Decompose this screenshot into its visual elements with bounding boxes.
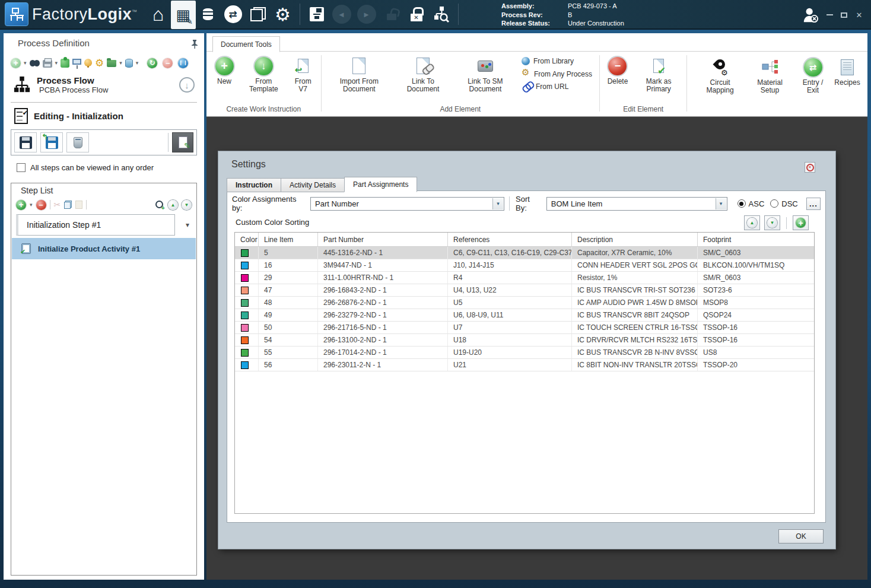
color-swatch[interactable] bbox=[241, 249, 249, 257]
color-swatch[interactable] bbox=[241, 287, 249, 294]
add-step-button[interactable] bbox=[16, 200, 26, 210]
refresh-button[interactable] bbox=[147, 58, 157, 68]
table-row[interactable]: 48296-26876-2-ND - 1U5IC AMP AUDIO PWR 1… bbox=[235, 297, 814, 309]
table-row[interactable]: 50296-21716-5-ND - 1U7IC TOUCH SCREEN CT… bbox=[235, 322, 814, 334]
data-import-button[interactable] bbox=[196, 1, 221, 28]
add-dropdown-caret[interactable] bbox=[24, 60, 27, 66]
recipes-button[interactable]: Recipes bbox=[832, 53, 863, 87]
tab-activity-details[interactable]: Activity Details bbox=[281, 178, 345, 192]
presentation-button[interactable] bbox=[72, 59, 81, 65]
plugins-button[interactable] bbox=[61, 59, 69, 68]
tab-instruction[interactable]: Instruction bbox=[227, 178, 281, 192]
color-swatch[interactable] bbox=[241, 336, 249, 344]
color-assignments-select[interactable]: Part Number bbox=[310, 197, 504, 211]
color-swatch[interactable] bbox=[241, 324, 249, 332]
more-options-button[interactable]: ... bbox=[806, 198, 821, 210]
link-to-sm-document-button[interactable]: Link To SM Document bbox=[452, 52, 519, 93]
sort-by-select[interactable]: BOM Line Item bbox=[546, 197, 727, 211]
chevron-down-icon[interactable] bbox=[186, 221, 189, 229]
tab-document-tools[interactable]: Document Tools bbox=[212, 36, 280, 52]
table-row[interactable]: 163M9447-ND - 1J10, J14-J15CONN HEADER V… bbox=[235, 259, 814, 272]
find-button[interactable] bbox=[30, 60, 40, 66]
home-button[interactable] bbox=[146, 1, 171, 28]
pause-button[interactable] bbox=[178, 58, 188, 68]
ok-button[interactable]: OK bbox=[778, 529, 824, 543]
process-audit-button[interactable] bbox=[429, 1, 454, 28]
unlock-button[interactable] bbox=[379, 1, 404, 28]
mark-as-primary-button[interactable]: Mark as Primary bbox=[633, 52, 684, 93]
color-swatch[interactable] bbox=[241, 274, 249, 282]
color-swatch[interactable] bbox=[241, 349, 249, 357]
copy-button[interactable] bbox=[64, 201, 72, 209]
paste-button[interactable] bbox=[75, 201, 82, 209]
header-part-number[interactable]: Part Number bbox=[318, 233, 448, 246]
save-step-button[interactable] bbox=[14, 132, 37, 152]
header-color[interactable]: Color bbox=[235, 233, 259, 246]
color-swatch[interactable] bbox=[241, 299, 249, 307]
print-button[interactable] bbox=[43, 60, 52, 68]
maximize-button[interactable] bbox=[835, 0, 852, 30]
new-button[interactable]: New bbox=[209, 52, 240, 85]
header-description[interactable]: Description bbox=[572, 233, 698, 246]
link-to-document-button[interactable]: Link To Document bbox=[395, 52, 452, 93]
add-step-caret[interactable] bbox=[30, 202, 33, 208]
any-order-option[interactable]: All steps can be viewed in any order bbox=[17, 163, 154, 172]
edit-mode-toggle[interactable] bbox=[172, 132, 193, 152]
asc-radio[interactable] bbox=[738, 199, 746, 208]
header-line-item[interactable]: Line Item bbox=[259, 233, 318, 246]
circuit-mapping-button[interactable]: Circuit Mapping bbox=[694, 53, 746, 94]
sort-move-down-button[interactable] bbox=[764, 215, 780, 230]
table-row[interactable]: 5445-1316-2-ND - 1C6, C9-C11, C13, C16-C… bbox=[235, 247, 814, 259]
alerts-button[interactable] bbox=[84, 59, 92, 66]
chevron-down-icon[interactable] bbox=[492, 198, 503, 209]
lock-button[interactable] bbox=[404, 1, 429, 28]
dsc-option[interactable]: DSC bbox=[770, 199, 797, 208]
header-footprint[interactable]: Footprint bbox=[698, 233, 814, 246]
export-button[interactable] bbox=[107, 60, 116, 67]
table-row[interactable]: 56296-23011-2-N - 1U21IC 8BIT NON-INV TR… bbox=[235, 359, 814, 371]
move-down-button[interactable] bbox=[182, 200, 192, 210]
work-instructions-button[interactable] bbox=[171, 1, 196, 29]
import-from-document-button[interactable]: Import From Document bbox=[324, 52, 395, 93]
activity-list-item[interactable]: Initialize Product Activity #1 bbox=[12, 238, 196, 259]
export-dropdown-caret[interactable] bbox=[119, 60, 122, 66]
table-row[interactable]: 55296-17014-2-ND - 1U19-U20IC BUS TRANSC… bbox=[235, 347, 814, 359]
table-row[interactable]: 47296-16843-2-ND - 1U4, U13, U22IC BUS T… bbox=[235, 284, 814, 297]
delete-button[interactable]: Delete bbox=[602, 52, 633, 85]
header-references[interactable]: References bbox=[448, 233, 572, 246]
chevron-down-icon[interactable] bbox=[716, 198, 726, 209]
zoom-add-button[interactable] bbox=[155, 201, 164, 209]
step-selector[interactable]: Initialization Step #1 bbox=[16, 214, 175, 236]
dsc-radio[interactable] bbox=[770, 199, 778, 208]
close-button[interactable] bbox=[851, 0, 867, 30]
remove-process-button[interactable] bbox=[163, 58, 173, 68]
from-template-button[interactable]: From Template bbox=[240, 52, 288, 93]
database-dropdown-caret[interactable] bbox=[136, 60, 139, 66]
print-dropdown-caret[interactable] bbox=[55, 60, 58, 66]
cut-button[interactable] bbox=[54, 200, 61, 209]
user-button[interactable] bbox=[802, 0, 819, 30]
expand-process-flow-button[interactable] bbox=[179, 77, 195, 93]
database-button[interactable] bbox=[125, 59, 133, 68]
transfer-button[interactable] bbox=[221, 1, 246, 28]
add-process-button[interactable] bbox=[11, 58, 21, 68]
any-order-checkbox[interactable] bbox=[17, 163, 26, 172]
save-button[interactable] bbox=[304, 1, 329, 28]
dialog-close-button[interactable] bbox=[805, 162, 815, 173]
material-setup-button[interactable]: Material Setup bbox=[746, 53, 794, 94]
table-row[interactable]: 54296-13100-2-ND - 1U18IC DRVR/RCVR MLTC… bbox=[235, 334, 814, 347]
color-swatch[interactable] bbox=[241, 361, 249, 369]
from-library-button[interactable]: From Library bbox=[522, 57, 592, 65]
move-up-button[interactable] bbox=[168, 200, 178, 210]
save-as-button[interactable] bbox=[40, 132, 63, 152]
remove-step-button[interactable] bbox=[36, 200, 46, 210]
pin-button[interactable] bbox=[191, 39, 198, 51]
table-row[interactable]: 29311-1.00HRTR-ND - 1R4Resistor, 1%SM/R_… bbox=[235, 272, 814, 284]
entry-exit-button[interactable]: Entry / Exit bbox=[794, 53, 832, 94]
forward-button[interactable]: ► bbox=[354, 1, 379, 28]
asc-option[interactable]: ASC bbox=[738, 199, 765, 208]
process-flow-row[interactable]: Process Flow PCBA Process Flow bbox=[13, 70, 198, 100]
settings-button[interactable] bbox=[271, 1, 295, 28]
color-swatch[interactable] bbox=[241, 312, 249, 319]
discard-button[interactable] bbox=[66, 132, 89, 152]
